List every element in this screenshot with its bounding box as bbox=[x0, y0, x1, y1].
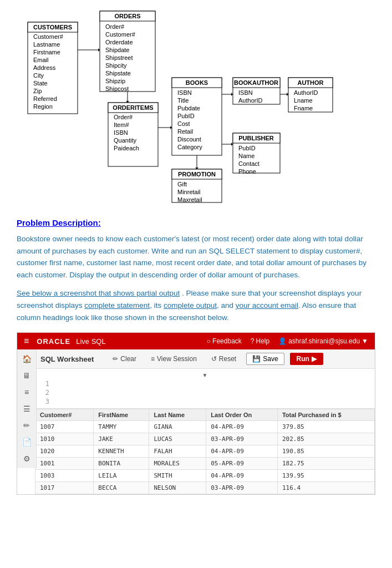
user-account-link[interactable]: 👤 ashraf.shirani@sjsu.edu ▼ bbox=[278, 337, 368, 345]
svg-text:Title: Title bbox=[177, 97, 189, 104]
save-button[interactable]: 💾 Save bbox=[246, 353, 284, 365]
oracle-logo-text: ORACLE bbox=[37, 337, 70, 346]
reset-button[interactable]: ↺ Reset bbox=[207, 353, 241, 365]
svg-text:Shipzip: Shipzip bbox=[105, 78, 125, 84]
table-cell: 1010 bbox=[35, 433, 94, 445]
table-cell: 182.75 bbox=[277, 458, 374, 470]
svg-text:CUSTOMERS: CUSTOMERS bbox=[33, 24, 72, 31]
table-cell: 1001 bbox=[35, 458, 94, 470]
problem-description: Bookstore owner needs to know each custo… bbox=[17, 233, 375, 281]
svg-text:Cost: Cost bbox=[177, 120, 190, 127]
run-icon: ▶ bbox=[312, 355, 317, 363]
menu-icon[interactable]: ≡ bbox=[24, 336, 29, 346]
col-lastname: Last Name bbox=[149, 409, 206, 421]
sidebar-monitor-icon[interactable]: 🖥 bbox=[19, 368, 34, 383]
svg-text:PubID: PubID bbox=[238, 145, 256, 151]
svg-text:Shipstate: Shipstate bbox=[105, 70, 131, 77]
chevron-down-icon: ▼ bbox=[362, 337, 368, 345]
table-cell: 190.85 bbox=[277, 445, 374, 458]
table-row: 1003LEILASMITH04-APR-09139.95 bbox=[35, 470, 375, 482]
table-cell: 1007 bbox=[35, 421, 94, 433]
oracle-toolbar: SQL Worksheet ✏ Clear ≡ View Session ↺ R… bbox=[35, 349, 375, 369]
screenshot-note: See below a screenshot that shows partia… bbox=[17, 287, 375, 323]
feedback-label: Feedback bbox=[212, 337, 242, 345]
oracle-main-content: SQL Worksheet ✏ Clear ≡ View Session ↺ R… bbox=[35, 349, 375, 494]
oracle-editor[interactable]: ▼ 1 2 3 bbox=[35, 369, 375, 409]
svg-text:ISBN: ISBN bbox=[177, 89, 192, 96]
col-firstname: FirstName bbox=[94, 409, 149, 421]
table-cell: MORALES bbox=[149, 458, 206, 470]
table-row: 1020KENNETHFALAH04-APR-09190.85 bbox=[35, 445, 375, 458]
table-cell: SMITH bbox=[149, 470, 206, 482]
table-cell: FALAH bbox=[149, 445, 206, 458]
editor-line-3: 3 bbox=[35, 397, 375, 406]
svg-text:Orderdate: Orderdate bbox=[105, 39, 133, 45]
save-label: Save bbox=[263, 355, 278, 363]
results-table: Customer# FirstName Last Name Last Order… bbox=[35, 409, 375, 494]
view-session-icon: ≡ bbox=[151, 355, 155, 363]
svg-text:Lastname: Lastname bbox=[33, 41, 60, 48]
table-cell: TAMMY bbox=[94, 421, 149, 433]
page-container: CUSTOMERS Customer# Lastname Firstname E… bbox=[0, 0, 392, 506]
help-icon: ? bbox=[251, 337, 254, 345]
sidebar-list-icon[interactable]: ☰ bbox=[19, 402, 34, 416]
see-below-link: See below a screenshot that shows partia… bbox=[17, 289, 180, 297]
svg-text:Paideach: Paideach bbox=[114, 145, 139, 151]
sidebar-home-icon[interactable]: 🏠 bbox=[19, 352, 34, 366]
table-row: 1001BONITAMORALES05-APR-09182.75 bbox=[35, 458, 375, 470]
feedback-icon: ○ bbox=[207, 337, 211, 345]
table-cell: 04-APR-09 bbox=[206, 470, 278, 482]
run-button[interactable]: Run ▶ bbox=[290, 353, 323, 365]
table-cell: LEILA bbox=[94, 470, 149, 482]
svg-text:AuthorID: AuthorID bbox=[238, 97, 262, 104]
sidebar-settings-icon[interactable]: ⚙ bbox=[19, 452, 34, 466]
help-link[interactable]: ? Help bbox=[251, 337, 269, 345]
reset-label: Reset bbox=[219, 355, 236, 363]
svg-text:Quantity: Quantity bbox=[114, 137, 136, 144]
run-label: Run bbox=[297, 355, 309, 363]
svg-text:Item#: Item# bbox=[114, 121, 129, 128]
sidebar-document-icon[interactable]: 📄 bbox=[19, 435, 34, 449]
table-cell: JAKE bbox=[94, 433, 149, 445]
sidebar-menu-icon[interactable]: ≡ bbox=[19, 385, 34, 399]
save-icon: 💾 bbox=[252, 355, 261, 363]
table-cell: 139.95 bbox=[277, 470, 374, 482]
clear-label: Clear bbox=[120, 355, 136, 363]
account-email-link: your account email bbox=[236, 301, 298, 310]
view-session-label: View Session bbox=[157, 355, 197, 363]
complete-output-link: complete output bbox=[164, 301, 217, 310]
worksheet-title: SQL Worksheet bbox=[40, 355, 94, 363]
svg-text:Category: Category bbox=[177, 144, 202, 150]
svg-text:Fname: Fname bbox=[294, 105, 313, 111]
table-cell: BONITA bbox=[94, 458, 149, 470]
oracle-layout: 🏠 🖥 ≡ ☰ ✏ 📄 ⚙ SQL Worksheet ✏ Clear bbox=[17, 349, 375, 494]
svg-text:AUTHOR: AUTHOR bbox=[297, 79, 323, 86]
problem-title: Problem Description: bbox=[17, 218, 375, 227]
svg-text:PubID: PubID bbox=[177, 113, 195, 119]
svg-text:Zip: Zip bbox=[33, 88, 42, 94]
svg-text:Retail: Retail bbox=[177, 128, 193, 135]
er-diagram: CUSTOMERS Customer# Lastname Firstname E… bbox=[17, 6, 375, 207]
table-cell: 1017 bbox=[35, 482, 94, 494]
oracle-header: ≡ ORACLE Live SQL ○ Feedback ? Help 👤 as… bbox=[17, 333, 375, 349]
line-number-2: 2 bbox=[40, 389, 49, 397]
svg-text:PROMOTION: PROMOTION bbox=[178, 171, 216, 178]
svg-text:ISBN: ISBN bbox=[238, 89, 253, 96]
clear-button[interactable]: ✏ Clear bbox=[108, 353, 141, 365]
table-cell: 03-APR-09 bbox=[206, 482, 278, 494]
sidebar-edit-icon[interactable]: ✏ bbox=[19, 418, 34, 433]
svg-text:Shipcity: Shipcity bbox=[105, 62, 127, 69]
svg-text:Customer#: Customer# bbox=[33, 33, 64, 40]
view-session-button[interactable]: ≡ View Session bbox=[146, 353, 201, 365]
table-row: 1007TAMMYGIANA04-APR-09379.85 bbox=[35, 421, 375, 433]
complete-statement-link: complete statement bbox=[84, 301, 150, 310]
editor-line-1: 1 bbox=[35, 379, 375, 388]
svg-text:State: State bbox=[33, 80, 48, 87]
svg-text:Customer#: Customer# bbox=[105, 31, 136, 38]
svg-text:ORDERS: ORDERS bbox=[114, 13, 140, 19]
svg-text:Shipdate: Shipdate bbox=[105, 47, 129, 53]
feedback-link[interactable]: ○ Feedback bbox=[207, 337, 242, 345]
svg-text:Order#: Order# bbox=[114, 114, 133, 120]
table-row: 1017BECCANELSON03-APR-09116.4 bbox=[35, 482, 375, 494]
table-cell: NELSON bbox=[149, 482, 206, 494]
